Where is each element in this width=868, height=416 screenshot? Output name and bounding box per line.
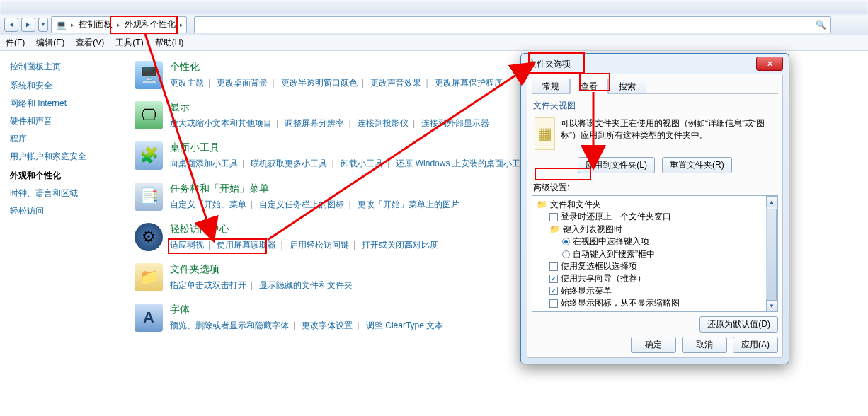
link-resolution[interactable]: 调整屏幕分辨率 — [285, 118, 344, 128]
category-links-display: 放大或缩小文本和其他项目| 调整屏幕分辨率| 连接到投影仪| 连接到外部显示器 — [170, 117, 489, 130]
link-get-gadgets[interactable]: 联机获取更多小工具 — [251, 158, 327, 168]
dialog-close-button[interactable]: ✕ — [756, 57, 783, 71]
link-start-menu[interactable]: 自定义「开始」菜单 — [170, 200, 246, 209]
link-low-vision[interactable]: 适应弱视 — [170, 240, 204, 250]
dialog-title: 文件夹选项 — [528, 58, 756, 70]
breadcrumb-current[interactable]: 外观和个性化 — [122, 18, 178, 30]
link-desktop-bg[interactable]: 更改桌面背景 — [217, 78, 268, 88]
link-add-gadget[interactable]: 向桌面添加小工具 — [170, 158, 238, 168]
menu-file[interactable]: 件(F) — [6, 37, 25, 49]
tree-item-label: 自动键入到“搜索”框中 — [573, 248, 655, 260]
tree-item[interactable]: 在视图中选择键入项 — [537, 236, 773, 248]
scroll-up-button[interactable]: ▲ — [766, 196, 777, 207]
sidebar-item-accounts[interactable]: 用户帐户和家庭安全 — [10, 151, 118, 163]
category-title-ease-center[interactable]: 轻松访问中心 — [170, 223, 438, 236]
checkbox-icon[interactable] — [549, 311, 558, 312]
sidebar-item-clock[interactable]: 时钟、语言和区域 — [10, 187, 118, 200]
tree-item[interactable]: 鼠标指向文件夹和桌面项时显示提示信息 — [537, 310, 773, 312]
tree-item[interactable]: 使用复选框以选择项 — [537, 260, 773, 272]
radio-icon[interactable] — [562, 250, 570, 258]
advanced-settings-tree[interactable]: 📁 文件和文件夹 登录时还原上一个文件夹窗口📁键入列表视图时在视图中选择键入项自… — [532, 195, 778, 312]
link-sound-effects[interactable]: 更改声音效果 — [370, 78, 421, 88]
checkbox-icon[interactable] — [549, 275, 558, 283]
link-ease-keys[interactable]: 启用轻松访问键 — [290, 240, 349, 250]
link-show-hidden[interactable]: 显示隐藏的文件和文件夹 — [259, 280, 353, 290]
link-screensaver[interactable]: 更改屏幕保护程序 — [435, 78, 503, 88]
tree-item[interactable]: 使用共享向导（推荐） — [537, 272, 773, 284]
nav-forward-button[interactable]: ► — [21, 18, 35, 32]
nav-back-button[interactable]: ◄ — [4, 18, 18, 32]
tab-general[interactable]: 常规 — [532, 79, 570, 93]
tab-search[interactable]: 搜索 — [608, 79, 646, 93]
link-window-color[interactable]: 更改半透明窗口颜色 — [281, 78, 358, 88]
category-links-taskbar: 自定义「开始」菜单| 自定义任务栏上的图标| 更改「开始」菜单上的图片 — [170, 198, 459, 212]
category-title-display[interactable]: 显示 — [170, 101, 489, 114]
breadcrumb-computer-icon[interactable]: 💻 — [53, 20, 69, 30]
search-icon: 🔍 — [816, 20, 826, 30]
link-external-display[interactable]: 连接到外部显示器 — [421, 118, 489, 128]
checkbox-icon[interactable] — [549, 262, 558, 271]
scrollbar-thumb[interactable] — [767, 209, 777, 301]
link-projector[interactable]: 连接到投影仪 — [358, 118, 409, 128]
chevron-right-icon: ▸ — [178, 21, 185, 28]
apply-button[interactable]: 应用(A) — [733, 337, 778, 353]
tree-item[interactable]: 自动键入到“搜索”框中 — [537, 248, 773, 260]
sidebar-item-programs[interactable]: 程序 — [10, 133, 118, 145]
dialog-titlebar[interactable]: 文件夹选项 ✕ — [521, 54, 789, 74]
category-links-fonts: 预览、删除或者显示和隐藏字体| 更改字体设置| 调整 ClearType 文本 — [170, 319, 443, 333]
sidebar-item-ease[interactable]: 轻松访问 — [10, 205, 118, 217]
nav-history-dropdown[interactable]: ▾ — [38, 18, 48, 32]
advanced-settings-label: 高级设置: — [533, 182, 778, 194]
category-links-folder-options: 指定单击或双击打开| 显示隐藏的文件和文件夹 — [170, 279, 353, 292]
restore-defaults-button[interactable]: 还原为默认值(D) — [699, 316, 778, 333]
link-restore-gadget[interactable]: 还原 Windows 上安装的桌面小工具 — [396, 158, 528, 168]
sidebar-item-system[interactable]: 系统和安全 — [10, 80, 118, 92]
menu-view[interactable]: 查看(V) — [76, 37, 104, 49]
link-change-theme[interactable]: 更改主题 — [170, 78, 204, 88]
search-input[interactable]: 🔍 — [194, 16, 831, 33]
link-manage-fonts[interactable]: 预览、删除或者显示和隐藏字体 — [170, 320, 289, 330]
link-screen-reader[interactable]: 使用屏幕读取器 — [217, 240, 276, 250]
folder-options-icon: 📁 — [135, 263, 163, 291]
link-cleartype[interactable]: 调整 ClearType 文本 — [366, 320, 443, 330]
breadcrumb-root[interactable]: 控制面板 — [76, 18, 115, 30]
menu-edit[interactable]: 编辑(E) — [36, 37, 64, 49]
link-font-settings[interactable]: 更改字体设置 — [302, 320, 353, 330]
folder-view-description: 可以将该文件夹正在使用的视图（例如“详细信息”或“图标”）应用到所有这种类型的文… — [561, 117, 775, 150]
category-title-personalization[interactable]: 个性化 — [170, 61, 503, 74]
address-bar: ◄ ► ▾ 💻 ▸ 控制面板 ▸ 外观和个性化 ▸ 🔍 — [0, 14, 868, 35]
folder-view-heading: 文件夹视图 — [533, 100, 778, 112]
category-title-fonts[interactable]: 字体 — [170, 304, 443, 316]
category-title-gadgets[interactable]: 桌面小工具 — [170, 141, 529, 154]
fonts-icon: A — [135, 304, 163, 332]
sidebar-item-network[interactable]: 网络和 Internet — [10, 98, 118, 110]
tab-view[interactable]: 查看 — [570, 79, 608, 94]
radio-icon[interactable] — [562, 238, 570, 245]
link-taskbar-icons[interactable]: 自定义任务栏上的图标 — [259, 200, 344, 209]
category-title-folder-options[interactable]: 文件夹选项 — [170, 263, 353, 276]
chevron-right-icon: ▸ — [69, 21, 76, 28]
link-click-mode[interactable]: 指定单击或双击打开 — [170, 280, 246, 290]
menu-help[interactable]: 帮助(H) — [155, 37, 184, 49]
checkbox-icon[interactable] — [549, 213, 558, 221]
link-high-contrast[interactable]: 打开或关闭高对比度 — [362, 240, 438, 250]
tree-item-label: 使用复选框以选择项 — [561, 260, 637, 272]
reset-folders-button[interactable]: 重置文件夹(R) — [662, 157, 732, 173]
scroll-down-button[interactable]: ▼ — [766, 300, 777, 311]
tree-item[interactable]: 始终显示菜单 — [537, 285, 773, 297]
sidebar-item-appearance[interactable]: 外观和个性化 — [10, 171, 61, 180]
apply-to-folders-button[interactable]: 应用到文件夹(L) — [578, 157, 655, 173]
menu-tools[interactable]: 工具(T) — [115, 37, 143, 49]
ok-button[interactable]: 确定 — [631, 337, 676, 353]
category-title-taskbar[interactable]: 任务栏和「开始」菜单 — [170, 183, 459, 195]
tree-item[interactable]: 始终显示图标，从不显示缩略图 — [537, 297, 773, 309]
link-start-picture[interactable]: 更改「开始」菜单上的图片 — [358, 200, 459, 209]
tree-item[interactable]: 登录时还原上一个文件夹窗口 — [537, 211, 773, 223]
checkbox-icon[interactable] — [549, 287, 558, 295]
sidebar-item-hardware[interactable]: 硬件和声音 — [10, 115, 118, 127]
link-uninstall-gadget[interactable]: 卸载小工具 — [341, 158, 383, 168]
cancel-button[interactable]: 取消 — [682, 337, 727, 353]
link-text-size[interactable]: 放大或缩小文本和其他项目 — [170, 118, 272, 128]
checkbox-icon[interactable] — [549, 299, 558, 308]
sidebar-home[interactable]: 控制面板主页 — [10, 61, 118, 73]
